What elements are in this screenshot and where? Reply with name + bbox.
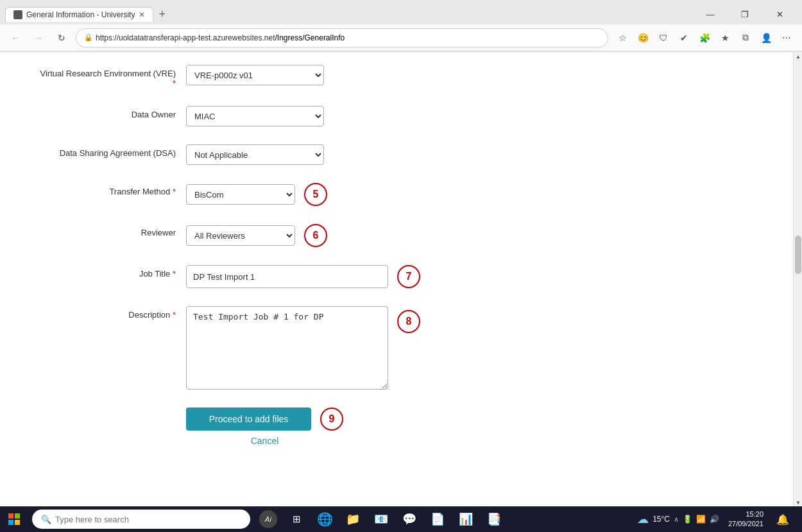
annotation-7: 7 [397, 265, 420, 288]
scrollbar-track[interactable]: ▲ ▼ [793, 52, 802, 507]
job-title-input[interactable] [186, 265, 388, 288]
notifications-button[interactable]: 🔔 [769, 506, 797, 532]
wifi-icon: 📶 [696, 515, 706, 524]
favorites-btn[interactable]: ★ [716, 29, 734, 47]
svg-rect-2 [8, 520, 13, 525]
proceed-button[interactable]: Proceed to add files [186, 408, 311, 431]
volume-icon: 🔊 [710, 515, 719, 524]
data-owner-select[interactable]: MIAC [186, 106, 324, 126]
taskbar-file-explorer[interactable]: 📁 [339, 506, 367, 532]
tab-bar: General Information - University ✕ + — ❐… [0, 0, 802, 24]
description-control: Test Import Job # 1 for DP 8 [186, 306, 420, 390]
emoji-btn[interactable]: 😊 [634, 29, 652, 47]
taskbar-teams[interactable]: 💬 [395, 506, 423, 532]
buttons-spacer [38, 408, 186, 411]
taskbar-task-view[interactable]: ⊞ [282, 506, 311, 532]
scrollbar-down-arrow[interactable]: ▼ [794, 498, 802, 507]
svg-rect-1 [15, 513, 20, 519]
search-icon: 🔍 [41, 515, 51, 524]
description-textarea[interactable]: Test Import Job # 1 for DP [186, 306, 388, 390]
edge-icon: 🌐 [317, 511, 333, 527]
battery-icon: 🔋 [683, 515, 692, 524]
transfer-method-required: * [173, 187, 176, 196]
data-owner-label: Data Owner [38, 106, 186, 119]
time-display: 15:20 [728, 510, 764, 519]
svg-rect-3 [15, 520, 20, 525]
form-row-dsa: Data Sharing Agreement (DSA) Not Applica… [38, 144, 755, 165]
dsa-label: Data Sharing Agreement (DSA) [38, 144, 186, 158]
forward-button[interactable]: → [30, 29, 47, 47]
form-row-description: Description * Test Import Job # 1 for DP… [38, 306, 755, 390]
taskbar-search-box[interactable]: 🔍 [32, 510, 250, 529]
annotation-5: 5 [304, 183, 327, 206]
vre-required: * [173, 78, 176, 88]
description-required: * [173, 310, 176, 320]
reviewer-label: Reviewer [38, 224, 186, 237]
taskbar-search-input[interactable] [55, 515, 241, 524]
taskbar-apps: Ai ⊞ 🌐 📁 📧 💬 📄 📊 📑 [254, 506, 508, 532]
teams-icon: 💬 [402, 512, 416, 526]
minimize-button[interactable]: — [695, 4, 725, 24]
window-controls: — ❐ ✕ [695, 4, 797, 24]
acrobat-icon: 📄 [431, 512, 445, 526]
form-row-vre: Virtual Research Environment (VRE) * VRE… [38, 65, 755, 88]
buttons-group: Proceed to add files 9 Cancel [186, 408, 343, 451]
profile-btn[interactable]: 👤 [757, 29, 775, 47]
sidebar-btn[interactable]: ⧉ [737, 29, 755, 47]
transfer-method-select[interactable]: BisCom [186, 184, 295, 205]
dsa-control: Not Applicable [186, 144, 327, 165]
description-label: Description * [38, 306, 186, 320]
check-icon-btn[interactable]: ✔ [675, 29, 693, 47]
maximize-button[interactable]: ❐ [730, 4, 760, 24]
start-button[interactable] [0, 506, 28, 532]
vre-control: VRE-p000z v01 [186, 65, 327, 85]
form-row-buttons: Proceed to add files 9 Cancel [38, 408, 755, 451]
excel-icon: 📊 [459, 512, 473, 526]
taskbar-outlook[interactable]: 📧 [367, 506, 395, 532]
powerpoint-icon: 📑 [487, 512, 501, 526]
form-row-transfer-method: Transfer Method * BisCom 5 [38, 183, 755, 206]
refresh-button[interactable]: ↻ [53, 29, 71, 47]
active-tab[interactable]: General Information - University ✕ [5, 7, 153, 22]
vre-label: Virtual Research Environment (VRE) * [38, 65, 186, 88]
url-path: /Ingress/GeneralInfo [275, 33, 345, 42]
star-icon-btn[interactable]: ☆ [613, 29, 631, 47]
cancel-button[interactable]: Cancel [202, 431, 327, 451]
taskbar-acrobat[interactable]: 📄 [423, 506, 452, 532]
scrollbar-thumb[interactable] [795, 236, 801, 274]
form-row-data-owner: Data Owner MIAC [38, 106, 755, 126]
taskbar-sys-tray: ☁ 15°C ∧ 🔋 📶 🔊 [633, 512, 723, 526]
date-display: 27/09/2021 [728, 519, 764, 529]
file-explorer-icon: 📁 [346, 512, 360, 526]
form-row-reviewer: Reviewer All Reviewers 6 [38, 224, 755, 247]
reviewer-select[interactable]: All Reviewers [186, 225, 295, 246]
transfer-method-label: Transfer Method * [38, 183, 186, 196]
up-arrow-icon: ∧ [674, 515, 679, 524]
address-bar[interactable]: 🔒 https://uoldatatransferapi-app-test.az… [76, 28, 608, 47]
tab-close-button[interactable]: ✕ [139, 10, 145, 19]
annotation-9: 9 [320, 408, 343, 431]
taskbar-clock[interactable]: 15:20 27/09/2021 [723, 510, 769, 529]
task-view-icon: ⊞ [293, 513, 301, 525]
outlook-icon: 📧 [374, 512, 388, 526]
taskbar-edge[interactable]: 🌐 [311, 506, 339, 532]
address-bar-row: ← → ↻ 🔒 https://uoldatatransferapi-app-t… [0, 24, 802, 51]
dsa-select[interactable]: Not Applicable [186, 144, 324, 165]
vre-select[interactable]: VRE-p000z v01 [186, 65, 324, 85]
close-button[interactable]: ✕ [765, 4, 794, 24]
taskbar-cortana[interactable]: Ai [254, 506, 282, 532]
scrollbar-up-arrow[interactable]: ▲ [794, 52, 802, 61]
tab-title: General Information - University [26, 10, 135, 19]
menu-btn[interactable]: ⋯ [778, 29, 796, 47]
taskbar-excel[interactable]: 📊 [452, 506, 480, 532]
taskbar-right: ☁ 15°C ∧ 🔋 📶 🔊 15:20 27/09/2021 🔔 [633, 506, 802, 532]
data-owner-control: MIAC [186, 106, 327, 126]
taskbar-powerpoint[interactable]: 📑 [480, 506, 508, 532]
notifications-icon: 🔔 [776, 513, 789, 526]
page-content: Virtual Research Environment (VRE) * VRE… [0, 52, 793, 507]
new-tab-button[interactable]: + [153, 8, 171, 21]
form-row-job-title: Job Title * 7 [38, 265, 755, 288]
back-button[interactable]: ← [6, 29, 24, 47]
extension-btn[interactable]: 🧩 [695, 29, 713, 47]
shield-icon-btn[interactable]: 🛡 [654, 29, 672, 47]
